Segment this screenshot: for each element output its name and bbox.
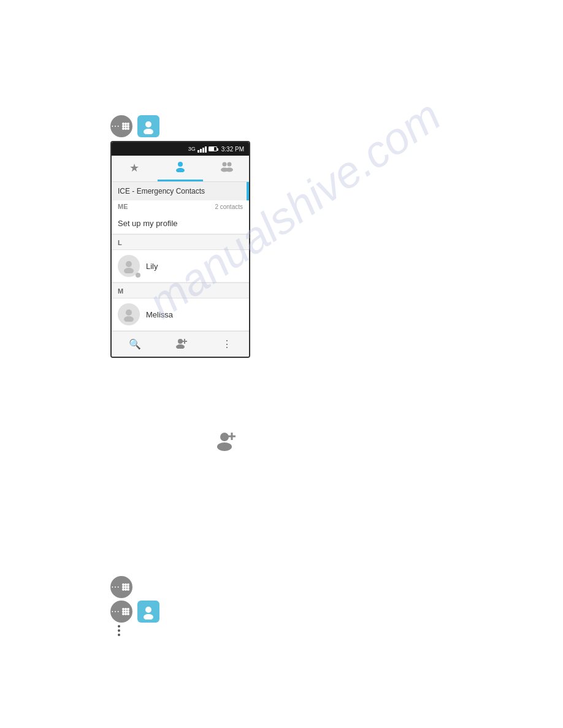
three-dots-vertical (118, 625, 120, 636)
setup-profile[interactable]: Set up my profile (112, 213, 249, 234)
svg-point-39 (122, 608, 124, 610)
svg-point-12 (178, 162, 183, 167)
signal-bar-1 (197, 150, 199, 153)
me-label: ME (118, 203, 128, 210)
svg-point-23 (176, 344, 185, 349)
more-options-icon[interactable]: ⋮ (222, 338, 232, 350)
svg-point-30 (122, 583, 124, 586)
dot-1 (118, 625, 120, 628)
letter-l: L (118, 239, 122, 246)
app-tabs: ★ (112, 156, 249, 182)
svg-point-10 (145, 121, 151, 127)
avatar-lily (118, 255, 140, 277)
svg-point-36 (122, 588, 124, 591)
svg-point-4 (124, 125, 127, 127)
signal-bar-2 (200, 149, 202, 153)
svg-point-41 (127, 608, 129, 610)
phone-bottom-bar: 🔍 ⋮ (112, 331, 249, 357)
status-time: 3:32 PM (221, 146, 244, 153)
svg-point-8 (127, 127, 129, 130)
svg-point-3 (122, 125, 124, 127)
svg-point-37 (124, 588, 127, 591)
svg-point-40 (124, 608, 127, 610)
svg-point-43 (124, 610, 127, 613)
signal-bars (197, 145, 207, 153)
svg-point-49 (145, 607, 151, 613)
apps-icon[interactable] (110, 115, 132, 137)
svg-point-21 (124, 316, 134, 322)
search-icon[interactable]: 🔍 (129, 338, 141, 350)
svg-point-1 (124, 123, 127, 125)
contact-name-melissa: Melissa (146, 310, 173, 319)
contact-row-lily[interactable]: Lily (112, 250, 249, 282)
svg-point-20 (126, 309, 132, 316)
avatar-badge-lily (136, 273, 140, 278)
contacts-tab-icon (174, 160, 186, 175)
contacts-app-icon[interactable] (137, 115, 159, 137)
svg-point-31 (124, 583, 127, 586)
step-icons-top (110, 115, 159, 137)
svg-point-32 (127, 583, 129, 586)
section-letter-l: L (112, 234, 249, 250)
contact-row-melissa[interactable]: Melissa (112, 298, 249, 331)
battery-fill (209, 147, 214, 151)
svg-point-14 (222, 162, 226, 167)
ice-label: ICE - Emergency Contacts (118, 187, 205, 195)
step-icons-bottom-2 (110, 601, 159, 623)
svg-point-16 (227, 162, 231, 167)
phone-mockup: 3G 3:32 PM ★ (110, 141, 250, 358)
svg-point-27 (217, 442, 232, 451)
battery-icon (209, 146, 217, 151)
svg-point-44 (127, 610, 129, 613)
svg-point-6 (122, 127, 124, 130)
apps-icon-bottom[interactable] (110, 576, 132, 598)
section-letter-m: M (112, 282, 249, 298)
middle-add-contact-icon (215, 429, 238, 453)
signal-bar-3 (202, 148, 204, 153)
svg-point-18 (126, 261, 132, 267)
tab-favorites[interactable]: ★ (112, 156, 158, 181)
svg-point-26 (220, 433, 229, 441)
signal-bar-4 (205, 146, 207, 153)
accent-bar (247, 182, 249, 200)
favorites-icon: ★ (129, 161, 139, 175)
svg-point-47 (127, 613, 129, 615)
svg-point-42 (122, 610, 124, 613)
svg-point-46 (124, 613, 127, 615)
contacts-app-icon-bottom[interactable] (137, 601, 159, 623)
svg-point-35 (127, 586, 129, 588)
contacts-count: 2 contacts (215, 203, 243, 210)
svg-point-34 (124, 586, 127, 588)
svg-point-2 (127, 123, 129, 125)
svg-point-33 (122, 586, 124, 588)
status-bar: 3G 3:32 PM (112, 142, 249, 156)
status-icons: 3G 3:32 PM (188, 145, 244, 153)
setup-profile-text: Set up my profile (118, 219, 178, 228)
svg-point-38 (127, 588, 129, 591)
letter-m: M (118, 287, 123, 295)
tab-groups[interactable] (203, 156, 249, 181)
signal-icon: 3G (188, 146, 196, 152)
me-section: ME 2 contacts (112, 200, 249, 213)
avatar-melissa (118, 303, 140, 325)
svg-point-19 (124, 268, 134, 273)
svg-point-22 (178, 339, 183, 344)
svg-point-17 (226, 168, 233, 172)
groups-icon (220, 160, 233, 175)
add-contact-icon[interactable] (175, 336, 188, 352)
dot-3 (118, 634, 120, 636)
dot-2 (118, 629, 120, 632)
svg-point-13 (176, 168, 185, 172)
tab-contacts[interactable] (158, 156, 204, 181)
step-icons-bottom-1 (110, 576, 132, 598)
svg-point-7 (124, 127, 127, 130)
apps-icon-bottom2[interactable] (110, 601, 132, 623)
contact-name-lily: Lily (146, 262, 158, 271)
svg-point-0 (122, 123, 124, 125)
svg-point-5 (127, 125, 129, 127)
svg-point-45 (122, 613, 124, 615)
ice-header: ICE - Emergency Contacts (112, 182, 249, 200)
